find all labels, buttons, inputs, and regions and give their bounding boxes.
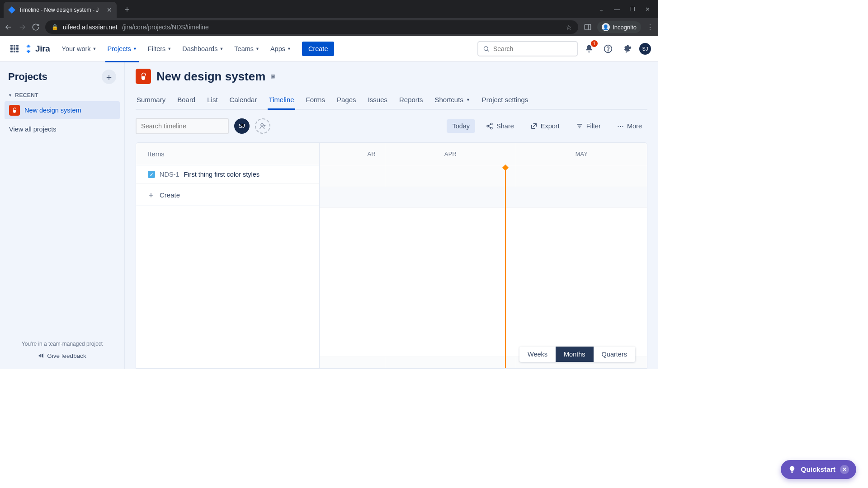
svg-point-1 <box>484 47 488 51</box>
app-switcher-icon[interactable] <box>7 42 22 56</box>
global-search-input[interactable] <box>493 45 572 52</box>
nav-dashboards[interactable]: Dashboards▼ <box>178 42 228 55</box>
tab-calendar[interactable]: Calendar <box>229 91 258 109</box>
zoom-weeks[interactable]: Weeks <box>519 347 556 362</box>
address-bar[interactable]: 🔒 uifeed.atlassian.net/jira/core/project… <box>45 20 578 34</box>
tab-pages[interactable]: Pages <box>336 91 357 109</box>
filter-button[interactable]: Filter <box>571 119 606 133</box>
today-button[interactable]: Today <box>447 119 475 133</box>
gear-icon <box>623 44 632 53</box>
tab-shortcuts[interactable]: Shortcuts▼ <box>434 91 471 109</box>
jira-wordmark: Jira <box>35 44 50 54</box>
sidebar-recent-toggle[interactable]: ▼ RECENT <box>5 89 120 101</box>
settings-button[interactable] <box>619 41 635 56</box>
tab-board[interactable]: Board <box>176 91 196 109</box>
jira-logo[interactable]: Jira <box>24 44 50 54</box>
today-line <box>505 166 506 368</box>
month-column: MAY <box>516 143 647 166</box>
tab-summary[interactable]: Summary <box>136 91 166 109</box>
url-path: /jira/core/projects/NDS/timeline <box>122 23 209 31</box>
gantt-row[interactable] <box>320 166 647 187</box>
close-tab-icon[interactable]: ✕ <box>107 6 112 14</box>
give-feedback-link[interactable]: Give feedback <box>38 352 86 359</box>
timeline-search-input[interactable] <box>141 122 226 130</box>
url-host: uifeed.atlassian.net <box>63 23 118 31</box>
project-name: New design system <box>156 70 265 84</box>
gantt-row[interactable] <box>320 187 647 208</box>
more-button[interactable]: ⋯ More <box>612 119 647 133</box>
projects-sidebar: Projects ＋ ▼ RECENT New design system Vi… <box>0 61 125 369</box>
tab-issues[interactable]: Issues <box>367 91 388 109</box>
notifications-button[interactable]: 1 <box>581 41 597 56</box>
window-controls: ⌄ — ❐ ✕ <box>599 6 658 13</box>
chevron-down-icon: ▼ <box>255 47 259 51</box>
browser-tab-strip: Timeline - New design system - J ✕ ＋ ⌄ —… <box>0 0 658 18</box>
create-button[interactable]: Create <box>302 42 335 56</box>
nav-projects[interactable]: Projects▼ <box>103 42 141 55</box>
share-button[interactable]: Share <box>481 119 519 133</box>
team-managed-message: You're in a team-managed project <box>5 341 120 347</box>
issue-key: NDS-1 <box>160 171 179 178</box>
nav-your-work[interactable]: Your work▼ <box>57 42 101 55</box>
incognito-badge[interactable]: 👤 Incognito <box>597 21 641 33</box>
plus-icon: ＋ <box>147 189 155 200</box>
global-search[interactable] <box>477 41 578 56</box>
timeline-items-column: Items ✓ NDS-1 First thing first color st… <box>136 143 320 368</box>
svg-point-7 <box>487 125 489 127</box>
zoom-months[interactable]: Months <box>556 347 594 362</box>
gantt-header: AR APR MAY <box>320 143 647 166</box>
chevron-down-icon: ▼ <box>219 47 223 51</box>
bookmark-icon[interactable]: ☆ <box>566 23 572 32</box>
add-people-button[interactable] <box>255 118 270 134</box>
help-button[interactable] <box>600 41 616 56</box>
project-icon <box>136 69 151 84</box>
close-window-icon[interactable]: ✕ <box>645 6 650 13</box>
tab-list[interactable]: List <box>206 91 218 109</box>
create-project-button[interactable]: ＋ <box>102 70 116 84</box>
tab-timeline[interactable]: Timeline <box>268 91 295 109</box>
timeline-item-row[interactable]: ✓ NDS-1 First thing first color styles <box>136 165 319 184</box>
view-all-projects-link[interactable]: View all projects <box>5 119 120 136</box>
timeline-search[interactable] <box>136 118 229 134</box>
side-panel-icon[interactable] <box>584 23 592 31</box>
help-icon <box>604 44 613 53</box>
browser-menu-icon[interactable]: ⋮ <box>646 23 654 32</box>
chevron-down-icon: ▼ <box>133 47 137 51</box>
back-button[interactable] <box>5 23 13 31</box>
issue-summary: First thing first color styles <box>184 171 260 178</box>
month-column: AR <box>320 143 385 166</box>
new-tab-button[interactable]: ＋ <box>117 4 137 14</box>
minimize-icon[interactable]: — <box>614 6 620 13</box>
tab-reports[interactable]: Reports <box>398 91 424 109</box>
gantt-empty-area[interactable] <box>320 208 647 357</box>
tab-search-icon[interactable]: ⌄ <box>599 6 604 13</box>
maximize-icon[interactable]: ❐ <box>630 6 635 13</box>
svg-rect-0 <box>585 24 591 30</box>
forward-button[interactable] <box>18 23 26 31</box>
filter-icon <box>576 122 583 130</box>
assignee-filter-avatar[interactable]: SJ <box>234 118 250 134</box>
tab-title: Timeline - New design system - J <box>19 7 103 13</box>
nav-teams[interactable]: Teams▼ <box>230 42 264 55</box>
reload-button[interactable] <box>32 23 40 31</box>
jira-top-nav: Jira Your work▼ Projects▼ Filters▼ Dashb… <box>0 36 658 61</box>
incognito-icon: 👤 <box>602 23 610 31</box>
export-button[interactable]: Export <box>525 119 565 133</box>
svg-point-8 <box>491 127 492 129</box>
sidebar-title: Projects <box>8 71 47 83</box>
tab-forms[interactable]: Forms <box>305 91 326 109</box>
timeline-create-button[interactable]: ＋ Create <box>136 184 319 206</box>
browser-tab[interactable]: Timeline - New design system - J ✕ <box>4 2 117 18</box>
tab-project-settings[interactable]: Project settings <box>481 91 529 109</box>
sidebar-project-name: New design system <box>24 107 81 114</box>
sidebar-project-item[interactable]: New design system <box>5 101 120 119</box>
timeline-gantt[interactable]: AR APR MAY Weeks Months Quarters <box>320 143 647 368</box>
browser-toolbar: 🔒 uifeed.atlassian.net/jira/core/project… <box>0 18 658 36</box>
nav-apps[interactable]: Apps▼ <box>266 42 296 55</box>
profile-avatar[interactable]: SJ <box>639 43 651 55</box>
nav-filters[interactable]: Filters▼ <box>143 42 176 55</box>
svg-point-5 <box>261 124 263 126</box>
zoom-quarters[interactable]: Quarters <box>594 347 635 362</box>
pin-icon[interactable]: ◈ <box>269 71 278 81</box>
timeline-view: Items ✓ NDS-1 First thing first color st… <box>136 142 647 369</box>
